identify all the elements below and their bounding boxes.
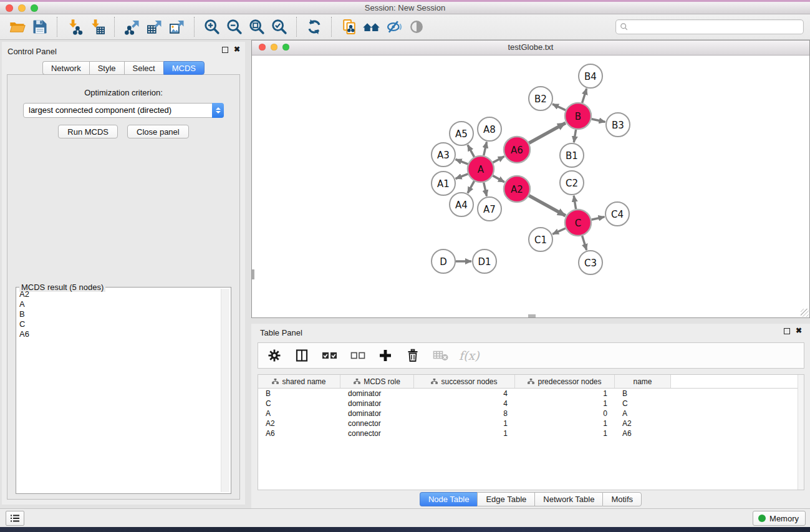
graph-edge-A-A2[interactable] <box>493 176 504 182</box>
table-row[interactable]: Cdominator41C <box>258 399 804 409</box>
network-window-titlebar[interactable]: testGlobe.txt <box>252 41 809 56</box>
select-all-rows-icon[interactable] <box>322 350 338 361</box>
show-panels-list-button[interactable] <box>6 511 24 526</box>
table-cell[interactable]: connector <box>340 429 414 438</box>
create-new-column-plus-icon[interactable] <box>378 348 393 363</box>
table-cell[interactable]: A6 <box>615 429 671 438</box>
result-list-scrollbar[interactable] <box>221 289 229 492</box>
run-mcds-button[interactable]: Run MCDS <box>58 125 118 138</box>
search-input[interactable] <box>629 22 803 32</box>
network-horizontal-scrollbar-thumb[interactable] <box>528 314 536 317</box>
graph-edge-A-A1[interactable] <box>456 174 468 179</box>
zoom-out-icon[interactable] <box>223 16 246 37</box>
double-house-icon[interactable] <box>360 16 383 37</box>
tab-node-table[interactable]: Node Table <box>420 492 478 506</box>
zoom-selected-icon[interactable] <box>268 16 291 37</box>
show-all-eye-icon[interactable] <box>405 16 428 37</box>
table-cell[interactable]: 8 <box>414 409 515 418</box>
table-cell[interactable]: 0 <box>515 409 615 418</box>
graph-edge-A-A3[interactable] <box>456 160 468 165</box>
table-cell[interactable]: 1 <box>414 429 515 438</box>
column-header-shared-name[interactable]: shared name <box>258 375 340 388</box>
table-row[interactable]: A6connector11A6 <box>258 428 804 438</box>
zoom-in-icon[interactable] <box>201 16 223 37</box>
table-cell[interactable]: A <box>258 409 340 418</box>
table-cell[interactable]: 1 <box>515 419 615 428</box>
column-header-name[interactable]: name <box>615 375 671 388</box>
table-row[interactable]: A2connector11A2 <box>258 418 804 428</box>
tab-mcds[interactable]: MCDS <box>163 61 205 75</box>
export-network-icon[interactable] <box>121 16 143 37</box>
table-row[interactable]: Bdominator41B <box>258 389 804 399</box>
table-cell[interactable]: A2 <box>258 419 340 428</box>
tab-select[interactable]: Select <box>124 61 163 75</box>
graph-edge-C-C2[interactable] <box>574 196 576 210</box>
close-panel-button[interactable]: Close panel <box>127 125 189 138</box>
graph-edge-B-B1[interactable] <box>574 130 576 143</box>
save-session-icon[interactable] <box>29 16 51 37</box>
graph-edge-A-A5[interactable] <box>468 145 475 157</box>
toolbar-search-field[interactable] <box>615 19 804 34</box>
mcds-result-item[interactable]: C <box>17 319 221 329</box>
network-vertical-scrollbar-thumb[interactable] <box>252 269 254 279</box>
table-row[interactable]: Adominator80A <box>258 409 804 418</box>
graph-edge-A-A6[interactable] <box>493 157 504 163</box>
tab-network-table[interactable]: Network Table <box>534 492 602 506</box>
zoom-fit-icon[interactable] <box>246 16 268 37</box>
table-cell[interactable]: dominator <box>340 399 414 408</box>
close-table-panel-icon[interactable]: ✖ <box>796 327 802 334</box>
close-panel-icon[interactable]: ✖ <box>234 46 240 53</box>
table-cell[interactable]: 1 <box>515 399 615 408</box>
table-cell[interactable]: A2 <box>615 419 671 428</box>
open-session-icon[interactable] <box>6 16 29 37</box>
tab-edge-table[interactable]: Edge Table <box>477 492 534 506</box>
tab-motifs[interactable]: Motifs <box>602 492 642 506</box>
graph-edge-B-B4[interactable] <box>582 89 587 103</box>
table-vertical-scrollbar[interactable] <box>798 375 804 490</box>
import-table-icon[interactable] <box>86 16 108 37</box>
select-stepper-icon[interactable] <box>212 103 224 118</box>
table-cell[interactable]: A6 <box>258 429 340 438</box>
graph-edge-A-A4[interactable] <box>468 181 475 193</box>
delete-selected-trash-icon[interactable] <box>405 348 420 363</box>
table-cell[interactable]: dominator <box>340 389 414 398</box>
graph-edge-B-B2[interactable] <box>552 104 566 110</box>
table-cell[interactable]: B <box>615 389 671 398</box>
table-cell[interactable]: 1 <box>515 389 615 398</box>
graph-edge-A2-C[interactable] <box>529 196 566 216</box>
graph-edge-A-A8[interactable] <box>484 142 487 156</box>
mcds-result-item[interactable]: A <box>17 299 221 309</box>
table-cell[interactable]: 1 <box>515 429 615 438</box>
table-cell[interactable]: B <box>258 389 340 398</box>
column-header-predecessor-nodes[interactable]: predecessor nodes <box>515 375 615 388</box>
table-cell[interactable]: 4 <box>414 389 515 398</box>
float-table-panel-icon[interactable] <box>784 328 790 334</box>
graph-edge-C-C4[interactable] <box>592 217 605 220</box>
graph-edge-A6-B[interactable] <box>529 123 566 143</box>
table-cell[interactable]: C <box>615 399 671 408</box>
graph-edge-C-C1[interactable] <box>552 228 566 234</box>
optimization-criterion-select[interactable]: largest connected component (directed) <box>23 103 224 118</box>
deselect-all-rows-icon[interactable] <box>350 351 365 360</box>
toggle-columns-icon[interactable] <box>294 348 309 363</box>
float-panel-icon[interactable] <box>222 47 228 53</box>
export-image-icon[interactable] <box>166 16 188 37</box>
graph-edge-A-A7[interactable] <box>484 183 487 196</box>
table-cell[interactable]: A <box>615 409 671 418</box>
hide-selected-eye-slash-icon[interactable] <box>383 16 405 37</box>
mcds-result-item[interactable]: A2 <box>17 289 221 299</box>
network-resize-grip[interactable] <box>801 309 809 317</box>
export-table-icon[interactable] <box>143 16 166 37</box>
memory-button[interactable]: Memory <box>753 511 806 526</box>
table-cell[interactable]: 4 <box>414 399 515 408</box>
table-cell[interactable]: connector <box>340 419 414 428</box>
tab-style[interactable]: Style <box>89 61 124 75</box>
apply-layout-icon[interactable] <box>303 16 325 37</box>
table-cell[interactable]: 1 <box>414 419 515 428</box>
network-canvas[interactable]: AA1A3A5A8A4A7A6A2BB1B2B3B4CC1C2C3C4DD1 <box>252 56 809 317</box>
column-header-mcds-role[interactable]: MCDS role <box>340 375 414 388</box>
column-header-successor-nodes[interactable]: successor nodes <box>414 375 515 388</box>
graph-edge-C-C3[interactable] <box>582 236 587 250</box>
import-network-icon[interactable] <box>64 16 86 37</box>
graph-edge-B-B3[interactable] <box>592 119 605 122</box>
